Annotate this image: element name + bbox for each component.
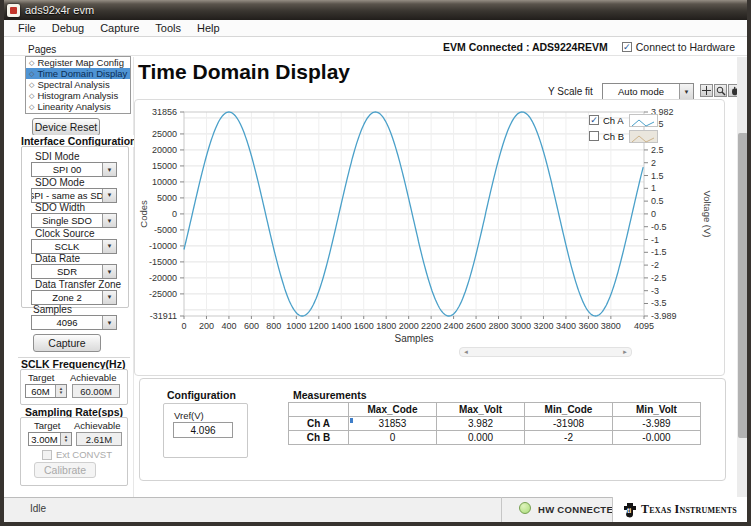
cell-value: 31853 — [349, 417, 437, 431]
dropdown-data-transfer-zone-value[interactable]: Zone 2 — [32, 291, 102, 304]
sidebar-item-time-domain-display[interactable]: ◇Time Domain Display — [26, 68, 130, 79]
dropdown-clock-source[interactable]: SCLK▼ — [31, 239, 117, 254]
sidebar-item-spectral-analysis[interactable]: ◇Spectral Analysis — [26, 79, 130, 90]
column-header: Max_Code — [349, 403, 437, 417]
sclk-target-value[interactable]: 60M — [26, 385, 55, 397]
legend-label: Ch B — [603, 131, 625, 142]
page-item-label: Time Domain Display — [37, 68, 127, 79]
samples-dropdown[interactable]: 4096▼ — [31, 315, 117, 330]
page-item-label: Histogram Analysis — [37, 90, 118, 101]
left-axis-tick-label: 10000 — [152, 177, 177, 187]
chart-horizontal-scrollbar[interactable]: ◄ ► — [459, 347, 632, 357]
scroll-right-icon[interactable]: ► — [622, 349, 628, 355]
crosshair-tool-icon[interactable] — [700, 84, 713, 97]
scroll-left-icon[interactable]: ◄ — [463, 349, 469, 355]
cell-value: -2 — [525, 431, 613, 445]
legend-checkbox[interactable]: ✓ — [589, 131, 599, 141]
x-axis-tick-label: 3000 — [511, 321, 531, 331]
left-axis-tick-label: -20000 — [149, 273, 177, 283]
menu-item-capture[interactable]: Capture — [92, 21, 147, 35]
right-axis-tick-label: -3.989 — [651, 311, 677, 321]
dropdown-sdo-mode[interactable]: SPI - same as SDI▼ — [31, 188, 117, 203]
page-item-label: Register Map Config — [37, 57, 124, 68]
y-scale-fit-value[interactable]: Auto mode — [603, 84, 679, 99]
sclk-target-spinner[interactable]: 60M ▲▼ — [25, 384, 67, 398]
x-axis-tick-label: 3200 — [533, 321, 553, 331]
capture-button[interactable]: Capture — [33, 334, 101, 352]
x-axis-tick-label: 2000 — [399, 321, 419, 331]
zoom-tool-icon[interactable] — [714, 84, 727, 97]
menu-item-help[interactable]: Help — [189, 21, 228, 35]
samples-dropdown-value[interactable]: 4096 — [32, 316, 102, 329]
configuration-title: Configuration — [165, 389, 238, 401]
legend-line-sample-icon — [629, 130, 658, 143]
dropdown-clock-source-value[interactable]: SCLK — [32, 240, 102, 253]
legend-checkbox[interactable]: ✓ — [589, 115, 599, 125]
chevron-down-icon[interactable]: ▼ — [679, 84, 693, 99]
checkbox-check-icon[interactable]: ✓ — [622, 42, 632, 52]
menu-item-file[interactable]: File — [10, 21, 44, 35]
chevron-down-icon[interactable]: ▼ — [102, 163, 116, 176]
diamond-bullet-icon: ◇ — [29, 58, 34, 68]
measurements-table: Max_CodeMax_VoltMin_CodeMin_Volt Ch A318… — [288, 402, 701, 445]
spinner-arrows-icon[interactable]: ▲▼ — [55, 385, 66, 397]
chevron-down-icon[interactable]: ▼ — [102, 240, 116, 253]
app-window: ads92x4r evm FileDebugCaptureToolsHelp E… — [0, 0, 751, 526]
cell-value: -3.989 — [613, 417, 701, 431]
chevron-down-icon[interactable]: ▼ — [102, 291, 116, 304]
measurements-title: Measurements — [291, 389, 369, 401]
checkbox-icon[interactable]: ✓ — [42, 450, 52, 460]
sampling-target-label: Target — [34, 420, 60, 431]
left-axis-tick-label: 25000 — [152, 129, 177, 139]
sidebar-item-register-map-config[interactable]: ◇Register Map Config — [26, 57, 130, 68]
scrollbar-thumb[interactable] — [738, 133, 748, 438]
x-axis-tick-label: 2200 — [421, 321, 441, 331]
statusbar-separator — [501, 497, 502, 522]
page-item-label: Linearity Analysis — [37, 101, 110, 112]
y-scale-fit-label: Y Scale fit — [548, 86, 593, 97]
chevron-down-icon[interactable]: ▼ — [102, 316, 116, 329]
table-row-cha: Ch A318533.982-31908-3.989 — [289, 417, 701, 431]
left-axis-tick-label: -25000 — [149, 289, 177, 299]
vref-input[interactable]: 4.096 — [173, 422, 233, 438]
sampling-target-spinner[interactable]: 3.00M ▲▼ — [28, 432, 72, 446]
x-axis-tick-label: 0 — [181, 321, 186, 331]
ext-convst-checkbox[interactable]: ✓ Ext CONVST — [42, 449, 112, 460]
sampling-target-value[interactable]: 3.00M — [29, 433, 60, 445]
spinner-arrows-icon[interactable]: ▲▼ — [60, 433, 71, 445]
title-bar[interactable]: ads92x4r evm — [0, 0, 751, 20]
evm-status-text: EVM Connected : ADS9224REVM — [443, 41, 608, 53]
connect-to-hardware-checkbox[interactable]: ✓ Connect to Hardware — [622, 41, 735, 53]
diamond-bullet-icon: ◇ — [29, 69, 34, 79]
menu-item-tools[interactable]: Tools — [147, 21, 189, 35]
sidebar-item-histogram-analysis[interactable]: ◇Histogram Analysis — [26, 90, 130, 101]
dropdown-sdi-mode-value[interactable]: SPI 00 — [32, 163, 102, 176]
menu-item-debug[interactable]: Debug — [44, 21, 92, 35]
x-axis-tick-label: 2400 — [444, 321, 464, 331]
connection-bar: EVM Connected : ADS9224REVM ✓ Connect to… — [4, 38, 747, 56]
dropdown-data-rate[interactable]: SDR▼ — [31, 264, 117, 279]
calibrate-button[interactable]: Calibrate — [34, 462, 96, 478]
chevron-down-icon[interactable]: ▼ — [102, 214, 116, 227]
sidebar-item-linearity-analysis[interactable]: ◇Linearity Analysis — [26, 101, 130, 112]
dropdown-sdo-mode-value[interactable]: SPI - same as SDI — [32, 189, 102, 202]
chevron-down-icon[interactable]: ▼ — [102, 189, 116, 202]
y-scale-fit-dropdown[interactable]: Auto mode ▼ — [602, 83, 694, 100]
device-reset-button[interactable]: Device Reset — [32, 118, 100, 136]
row-name: Ch A — [289, 417, 349, 431]
right-axis-title: Voltage (V) — [702, 191, 713, 238]
chevron-down-icon[interactable]: ▼ — [102, 265, 116, 278]
svg-text:ti: ti — [627, 507, 631, 514]
dropdown-sdo-width[interactable]: Single SDO▼ — [31, 213, 117, 228]
dropdown-sdo-width-value[interactable]: Single SDO — [32, 214, 102, 227]
dropdown-sdi-mode[interactable]: SPI 00▼ — [31, 162, 117, 177]
x-axis-tick-label: 400 — [221, 321, 236, 331]
pages-list: ◇Register Map Config◇Time Domain Display… — [25, 56, 131, 114]
table-row-chb: Ch B00.000-2-0.000 — [289, 431, 701, 445]
status-state-text: Idle — [30, 503, 46, 514]
ti-logo-icon: ti — [623, 502, 637, 518]
dropdown-data-rate-value[interactable]: SDR — [32, 265, 102, 278]
left-axis-tick-label: -5000 — [154, 225, 177, 235]
dropdown-data-transfer-zone[interactable]: Zone 2▼ — [31, 290, 117, 305]
legend-row-cha: ✓Ch A — [589, 113, 658, 127]
